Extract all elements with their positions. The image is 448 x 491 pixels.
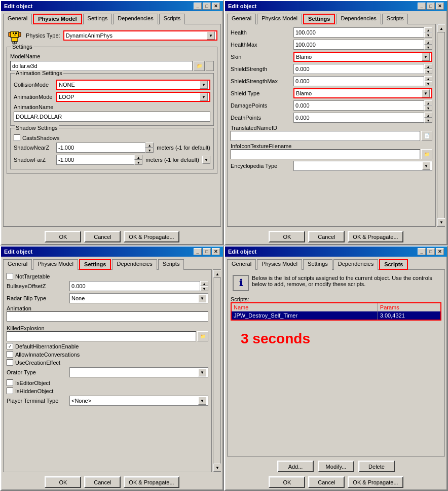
use-creation-checkbox[interactable]	[7, 359, 13, 366]
default-hibernation-checkbox[interactable]: ✓	[7, 343, 13, 349]
player-terminal-arrow[interactable]: ▼	[198, 397, 206, 405]
modify-btn-br[interactable]: Modify...	[318, 461, 354, 472]
tab-dependencies-br[interactable]: Dependencies	[333, 259, 378, 270]
cancel-btn-tl[interactable]: Cancel	[84, 231, 121, 242]
maximize-btn-bl[interactable]: □	[203, 248, 211, 255]
is-editor-checkbox[interactable]	[7, 379, 13, 386]
tab-physics-br[interactable]: Physics Model	[257, 259, 302, 270]
death-up[interactable]: ▲	[424, 113, 432, 118]
tab-settings-br[interactable]: Settings	[303, 259, 332, 270]
shield-type-arrow[interactable]: ▼	[422, 89, 430, 97]
tab-settings-tr[interactable]: Settings	[303, 14, 335, 24]
healthmax-up[interactable]: ▲	[424, 40, 432, 45]
encyclopedia-arrow[interactable]: ▼	[422, 162, 430, 170]
bullseye-down[interactable]: ▼	[200, 286, 208, 291]
close-btn-bl[interactable]: ✕	[212, 248, 220, 255]
shadow-far-up[interactable]: ▲	[134, 155, 142, 160]
tab-scripts-tl[interactable]: Scripts	[159, 14, 185, 24]
propagate-btn-bl[interactable]: OK & Propagate...	[124, 476, 179, 488]
shield-str-up[interactable]: ▲	[424, 64, 432, 69]
damage-down[interactable]: ▼	[424, 106, 432, 111]
minimize-btn[interactable]: _	[194, 3, 202, 10]
shield-str-max-down[interactable]: ▼	[424, 81, 432, 86]
shadow-near-down[interactable]: ▼	[145, 148, 154, 153]
skin-arrow[interactable]: ▼	[422, 53, 430, 61]
translated-name-input[interactable]	[231, 131, 420, 141]
ok-btn-br[interactable]: OK	[269, 476, 305, 488]
animation-name-input[interactable]	[14, 112, 210, 122]
physics-type-combo[interactable]: DynamicAnimPhys ▼	[63, 30, 217, 41]
maximize-btn-tr[interactable]: □	[427, 3, 435, 10]
physics-type-arrow[interactable]: ▼	[207, 31, 215, 40]
shadow-far-down[interactable]: ▼	[134, 160, 142, 165]
tab-dependencies-bl[interactable]: Dependencies	[112, 259, 157, 270]
delete-btn-br[interactable]: Delete	[358, 461, 395, 472]
close-btn[interactable]: ✕	[212, 3, 220, 10]
tab-settings-bl[interactable]: Settings	[79, 259, 111, 270]
orator-type-arrow[interactable]: ▼	[198, 368, 206, 376]
tab-physics-model-tl[interactable]: Physics Model	[33, 14, 82, 24]
shield-str-max-up[interactable]: ▲	[424, 76, 432, 81]
minimize-btn-tr[interactable]: _	[418, 3, 426, 10]
shadow-near-up[interactable]: ▲	[145, 143, 154, 148]
scroll-up-tr[interactable]: ▲	[437, 24, 445, 32]
propagate-btn-br[interactable]: OK & Propagate...	[348, 476, 403, 488]
animation-mode-combo[interactable]: LOOP ▼	[56, 92, 210, 102]
shield-type-combo[interactable]: Blamo ▼	[293, 88, 432, 98]
cancel-btn-tr[interactable]: Cancel	[308, 231, 345, 242]
infoicon-input[interactable]	[231, 149, 420, 159]
tab-scripts-bl[interactable]: Scripts	[158, 259, 184, 270]
killed-explosion-input[interactable]	[7, 331, 196, 341]
add-btn-br[interactable]: Add...	[277, 461, 314, 472]
tab-general-tl[interactable]: General	[3, 14, 32, 24]
shield-strength-input[interactable]	[293, 64, 424, 74]
model-name-input[interactable]	[10, 61, 193, 71]
cancel-btn-br[interactable]: Cancel	[308, 476, 345, 488]
scroll-down-tr[interactable]: ▼	[437, 218, 445, 226]
shadow-near-input[interactable]	[56, 143, 145, 153]
damage-points-input[interactable]	[293, 100, 424, 111]
shield-str-down[interactable]: ▼	[424, 69, 432, 74]
maximize-btn[interactable]: □	[203, 3, 211, 10]
player-terminal-combo[interactable]: <None> ▼	[69, 396, 208, 406]
collision-arrow[interactable]: ▼	[200, 81, 208, 89]
is-hidden-checkbox[interactable]	[7, 388, 13, 394]
propagate-btn-tl[interactable]: OK & Propagate...	[124, 231, 179, 242]
killed-explosion-browse[interactable]: 📁	[197, 331, 208, 341]
not-targetable-checkbox[interactable]	[7, 273, 13, 279]
minimize-btn-bl[interactable]: _	[194, 248, 202, 255]
tab-scripts-tr[interactable]: Scripts	[382, 14, 408, 24]
bullseye-input[interactable]	[69, 281, 200, 291]
shadow-far-expand[interactable]: ▼	[202, 156, 210, 164]
shield-strength-max-input[interactable]	[293, 76, 424, 86]
scroll-down-bl[interactable]: ▼	[213, 464, 221, 472]
radar-blip-arrow[interactable]: ▼	[198, 294, 206, 302]
collision-mode-combo[interactable]: NONE ▼	[56, 80, 210, 90]
cancel-btn-bl[interactable]: Cancel	[84, 476, 121, 488]
animation-arrow[interactable]: ▼	[200, 93, 208, 101]
propagate-btn-tr[interactable]: OK & Propagate...	[348, 231, 403, 242]
tab-scripts-br[interactable]: Scripts	[379, 259, 408, 270]
encyclopedia-combo[interactable]: ▼	[293, 161, 432, 171]
shadow-far-input[interactable]	[56, 155, 134, 165]
allow-innate-checkbox[interactable]	[7, 351, 13, 358]
minimize-btn-br[interactable]: _	[418, 248, 426, 255]
scroll-up-bl[interactable]: ▲	[213, 270, 221, 278]
healthmax-input[interactable]	[293, 40, 424, 50]
orator-type-combo[interactable]: ▼	[69, 367, 208, 377]
ok-btn-tr[interactable]: OK	[269, 231, 305, 242]
close-btn-br[interactable]: ✕	[436, 248, 444, 255]
animation-input-bl[interactable]	[7, 311, 208, 322]
tab-settings-tl[interactable]: Settings	[83, 14, 113, 24]
healthmax-down[interactable]: ▼	[424, 45, 432, 50]
translated-name-browse[interactable]: 📄	[421, 131, 432, 141]
health-down[interactable]: ▼	[424, 32, 432, 38]
ok-btn-bl[interactable]: OK	[45, 476, 81, 488]
skin-combo[interactable]: Blamo ▼	[293, 52, 432, 62]
casts-shadows-checkbox[interactable]	[14, 134, 20, 141]
table-row[interactable]: JPW_Destroy_Self_Timer 3.00,4321	[231, 311, 441, 320]
health-up[interactable]: ▲	[424, 27, 432, 32]
death-points-input[interactable]	[293, 113, 424, 123]
health-input[interactable]	[293, 27, 424, 38]
damage-up[interactable]: ▲	[424, 100, 432, 106]
